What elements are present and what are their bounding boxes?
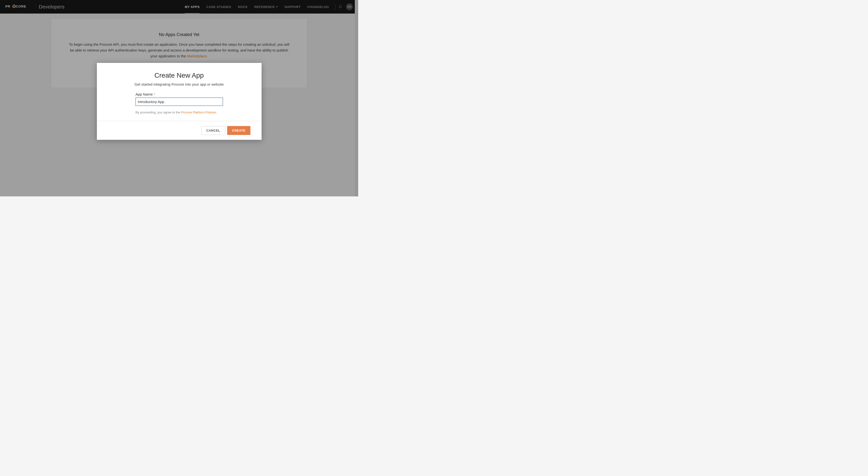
app-name-label: App Name *	[135, 92, 223, 96]
app-name-form-group: App Name *	[135, 92, 223, 106]
modal-title: Create New App	[108, 72, 250, 79]
label-text: App Name	[135, 92, 153, 96]
modal-footer: CANCEL CREATE	[97, 121, 261, 140]
terms-prefix: By proceeding, you agree to the	[135, 110, 181, 114]
required-indicator: *	[154, 92, 155, 96]
create-button[interactable]: CREATE	[227, 126, 250, 135]
app-name-input[interactable]	[135, 98, 223, 106]
platform-policies-link[interactable]: Procore Platform Policies	[181, 110, 216, 114]
modal-body: Create New App Get started integrating P…	[97, 63, 261, 121]
terms-text: By proceeding, you agree to the Procore …	[135, 110, 223, 114]
cancel-button[interactable]: CANCEL	[201, 126, 225, 135]
modal-subtitle: Get started integrating Procore into you…	[108, 82, 250, 87]
create-app-modal: Create New App Get started integrating P…	[97, 63, 261, 140]
